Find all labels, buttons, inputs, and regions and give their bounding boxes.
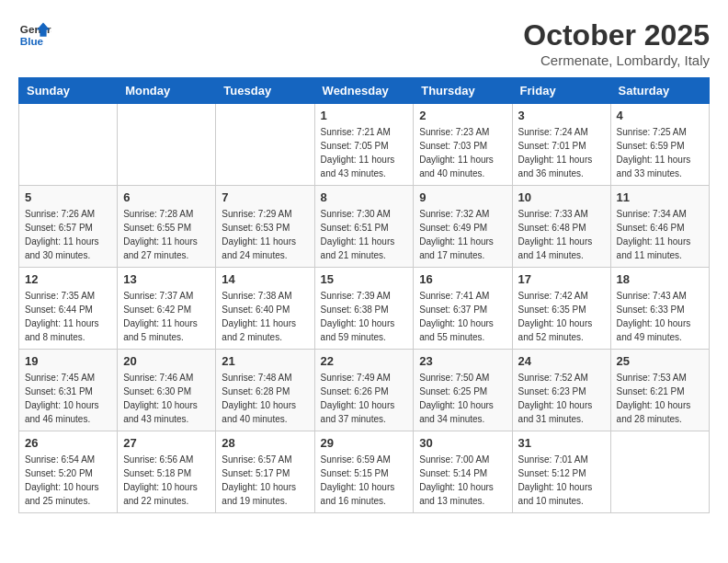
week-row-1: 1Sunrise: 7:21 AM Sunset: 7:05 PM Daylig…: [19, 104, 710, 186]
day-info: Sunrise: 7:33 AM Sunset: 6:48 PM Dayligh…: [518, 207, 605, 262]
day-number: 7: [222, 190, 308, 204]
day-number: 26: [25, 436, 111, 450]
day-info: Sunrise: 7:53 AM Sunset: 6:21 PM Dayligh…: [617, 371, 703, 426]
calendar-cell: 30Sunrise: 7:00 AM Sunset: 5:14 PM Dayli…: [414, 431, 512, 513]
calendar-cell: 15Sunrise: 7:39 AM Sunset: 6:38 PM Dayli…: [314, 268, 414, 350]
day-number: 5: [25, 190, 111, 204]
calendar-cell: 8Sunrise: 7:30 AM Sunset: 6:51 PM Daylig…: [314, 186, 414, 268]
weekday-header-sunday: Sunday: [19, 78, 118, 104]
weekday-header-wednesday: Wednesday: [314, 78, 414, 104]
calendar-cell: [118, 104, 216, 186]
day-info: Sunrise: 7:46 AM Sunset: 6:30 PM Dayligh…: [123, 371, 210, 426]
day-info: Sunrise: 6:56 AM Sunset: 5:18 PM Dayligh…: [123, 453, 210, 508]
calendar-cell: 28Sunrise: 6:57 AM Sunset: 5:17 PM Dayli…: [216, 431, 314, 513]
calendar-cell: [19, 104, 118, 186]
calendar-cell: 3Sunrise: 7:24 AM Sunset: 7:01 PM Daylig…: [512, 104, 610, 186]
day-info: Sunrise: 7:45 AM Sunset: 6:31 PM Dayligh…: [25, 371, 111, 426]
day-info: Sunrise: 7:39 AM Sunset: 6:38 PM Dayligh…: [321, 289, 408, 344]
day-info: Sunrise: 7:21 AM Sunset: 7:05 PM Dayligh…: [321, 125, 408, 180]
day-number: 23: [419, 354, 506, 368]
day-info: Sunrise: 7:28 AM Sunset: 6:55 PM Dayligh…: [123, 207, 210, 262]
day-number: 3: [518, 109, 605, 122]
calendar-cell: 31Sunrise: 7:01 AM Sunset: 5:12 PM Dayli…: [512, 431, 610, 513]
day-number: 11: [617, 190, 703, 204]
calendar-cell: 16Sunrise: 7:41 AM Sunset: 6:37 PM Dayli…: [414, 268, 512, 350]
day-number: 10: [518, 190, 605, 204]
day-number: 8: [321, 190, 408, 204]
day-info: Sunrise: 7:23 AM Sunset: 7:03 PM Dayligh…: [419, 125, 506, 180]
location: Cermenate, Lombardy, Italy: [523, 52, 710, 68]
day-number: 6: [123, 190, 210, 204]
calendar-cell: 22Sunrise: 7:49 AM Sunset: 6:26 PM Dayli…: [314, 350, 414, 431]
weekday-header-tuesday: Tuesday: [216, 78, 314, 104]
calendar-cell: 21Sunrise: 7:48 AM Sunset: 6:28 PM Dayli…: [216, 350, 314, 431]
calendar-cell: 17Sunrise: 7:42 AM Sunset: 6:35 PM Dayli…: [512, 268, 610, 350]
calendar-cell: 10Sunrise: 7:33 AM Sunset: 6:48 PM Dayli…: [512, 186, 610, 268]
day-number: 28: [222, 436, 308, 450]
calendar-cell: 20Sunrise: 7:46 AM Sunset: 6:30 PM Dayli…: [118, 350, 216, 431]
calendar-cell: 29Sunrise: 6:59 AM Sunset: 5:15 PM Dayli…: [314, 431, 414, 513]
day-info: Sunrise: 7:29 AM Sunset: 6:53 PM Dayligh…: [222, 207, 308, 262]
day-info: Sunrise: 7:30 AM Sunset: 6:51 PM Dayligh…: [321, 207, 408, 262]
week-row-4: 19Sunrise: 7:45 AM Sunset: 6:31 PM Dayli…: [19, 350, 710, 431]
calendar-cell: 18Sunrise: 7:43 AM Sunset: 6:33 PM Dayli…: [610, 268, 709, 350]
calendar-cell: 19Sunrise: 7:45 AM Sunset: 6:31 PM Dayli…: [19, 350, 118, 431]
day-number: 12: [25, 272, 111, 286]
calendar-cell: 27Sunrise: 6:56 AM Sunset: 5:18 PM Dayli…: [118, 431, 216, 513]
weekday-header-thursday: Thursday: [414, 78, 512, 104]
day-number: 17: [518, 272, 605, 286]
day-number: 15: [321, 272, 408, 286]
calendar-cell: 2Sunrise: 7:23 AM Sunset: 7:03 PM Daylig…: [414, 104, 512, 186]
day-info: Sunrise: 7:41 AM Sunset: 6:37 PM Dayligh…: [419, 289, 506, 344]
day-number: 4: [617, 109, 703, 122]
day-info: Sunrise: 7:34 AM Sunset: 6:46 PM Dayligh…: [617, 207, 703, 262]
calendar-cell: 4Sunrise: 7:25 AM Sunset: 6:59 PM Daylig…: [610, 104, 709, 186]
day-info: Sunrise: 7:25 AM Sunset: 6:59 PM Dayligh…: [617, 125, 703, 180]
calendar-cell: [610, 431, 709, 513]
day-info: Sunrise: 7:42 AM Sunset: 6:35 PM Dayligh…: [518, 289, 605, 344]
calendar-cell: 11Sunrise: 7:34 AM Sunset: 6:46 PM Dayli…: [610, 186, 709, 268]
calendar-cell: 6Sunrise: 7:28 AM Sunset: 6:55 PM Daylig…: [118, 186, 216, 268]
weekday-header-monday: Monday: [118, 78, 216, 104]
day-info: Sunrise: 7:35 AM Sunset: 6:44 PM Dayligh…: [25, 289, 111, 344]
calendar-cell: 23Sunrise: 7:50 AM Sunset: 6:25 PM Dayli…: [414, 350, 512, 431]
day-number: 20: [123, 354, 210, 368]
weekday-header-friday: Friday: [512, 78, 610, 104]
title-block: October 2025 Cermenate, Lombardy, Italy: [523, 18, 710, 68]
day-info: Sunrise: 7:52 AM Sunset: 6:23 PM Dayligh…: [518, 371, 605, 426]
day-info: Sunrise: 7:24 AM Sunset: 7:01 PM Dayligh…: [518, 125, 605, 180]
page-header: General Blue October 2025 Cermenate, Lom…: [18, 18, 710, 68]
weekday-header-row: SundayMondayTuesdayWednesdayThursdayFrid…: [19, 78, 710, 104]
calendar-cell: 7Sunrise: 7:29 AM Sunset: 6:53 PM Daylig…: [216, 186, 314, 268]
day-number: 27: [123, 436, 210, 450]
day-info: Sunrise: 6:54 AM Sunset: 5:20 PM Dayligh…: [25, 453, 111, 508]
day-info: Sunrise: 7:32 AM Sunset: 6:49 PM Dayligh…: [419, 207, 506, 262]
calendar-cell: 26Sunrise: 6:54 AM Sunset: 5:20 PM Dayli…: [19, 431, 118, 513]
day-info: Sunrise: 7:43 AM Sunset: 6:33 PM Dayligh…: [617, 289, 703, 344]
calendar-cell: [216, 104, 314, 186]
day-number: 25: [617, 354, 703, 368]
week-row-2: 5Sunrise: 7:26 AM Sunset: 6:57 PM Daylig…: [19, 186, 710, 268]
day-info: Sunrise: 7:01 AM Sunset: 5:12 PM Dayligh…: [518, 453, 605, 508]
day-number: 9: [419, 190, 506, 204]
logo-icon: General Blue: [18, 18, 51, 52]
day-info: Sunrise: 7:26 AM Sunset: 6:57 PM Dayligh…: [25, 207, 111, 262]
day-info: Sunrise: 7:37 AM Sunset: 6:42 PM Dayligh…: [123, 289, 210, 344]
calendar-cell: 12Sunrise: 7:35 AM Sunset: 6:44 PM Dayli…: [19, 268, 118, 350]
day-info: Sunrise: 7:48 AM Sunset: 6:28 PM Dayligh…: [222, 371, 308, 426]
day-number: 14: [222, 272, 308, 286]
day-info: Sunrise: 7:00 AM Sunset: 5:14 PM Dayligh…: [419, 453, 506, 508]
weekday-header-saturday: Saturday: [610, 78, 709, 104]
day-info: Sunrise: 6:59 AM Sunset: 5:15 PM Dayligh…: [321, 453, 408, 508]
day-info: Sunrise: 7:49 AM Sunset: 6:26 PM Dayligh…: [321, 371, 408, 426]
day-info: Sunrise: 7:38 AM Sunset: 6:40 PM Dayligh…: [222, 289, 308, 344]
day-info: Sunrise: 7:50 AM Sunset: 6:25 PM Dayligh…: [419, 371, 506, 426]
week-row-5: 26Sunrise: 6:54 AM Sunset: 5:20 PM Dayli…: [19, 431, 710, 513]
calendar-cell: 14Sunrise: 7:38 AM Sunset: 6:40 PM Dayli…: [216, 268, 314, 350]
week-row-3: 12Sunrise: 7:35 AM Sunset: 6:44 PM Dayli…: [19, 268, 710, 350]
day-number: 21: [222, 354, 308, 368]
day-number: 18: [617, 272, 703, 286]
day-number: 19: [25, 354, 111, 368]
day-number: 29: [321, 436, 408, 450]
day-number: 22: [321, 354, 408, 368]
